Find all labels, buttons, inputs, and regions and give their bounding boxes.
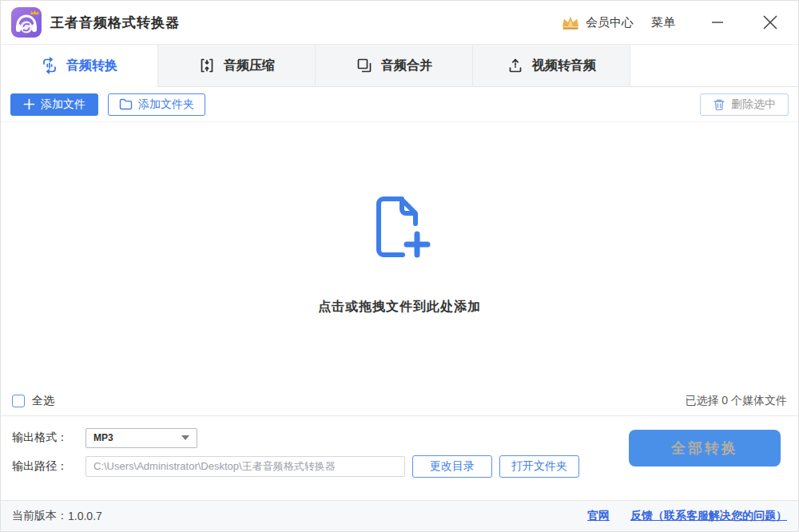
minimize-button[interactable] (706, 10, 729, 34)
dropzone-hint: 点击或拖拽文件到此处添加 (318, 299, 481, 316)
audio-merge-icon (356, 57, 373, 74)
delete-selected-button[interactable]: 删除选中 (700, 93, 789, 116)
folder-icon (119, 98, 133, 110)
tab-video-to-audio[interactable]: 视频转音频 (473, 45, 630, 87)
crown-icon (560, 14, 581, 30)
add-file-label: 添加文件 (41, 97, 85, 112)
official-website-link[interactable]: 官网 (587, 509, 610, 523)
tab-audio-compress[interactable]: 音频压缩 (158, 45, 316, 87)
feedback-link[interactable]: 反馈（联系客服解决您的问题） (630, 509, 787, 523)
tab-label: 视频转音频 (532, 58, 596, 74)
dropzone[interactable]: 点击或拖拽文件到此处添加 (1, 122, 798, 386)
trash-icon (713, 98, 725, 111)
open-folder-button[interactable]: 打开文件夹 (499, 455, 579, 478)
chevron-down-icon (181, 435, 189, 440)
select-all-label[interactable]: 全选 (32, 394, 54, 408)
output-format-label: 输出格式： (12, 431, 85, 445)
add-folder-label: 添加文件夹 (138, 97, 194, 112)
version-value: 1.0.0.7 (68, 510, 102, 522)
tab-audio-convert[interactable]: 音频转换 (1, 45, 158, 87)
tab-label: 音频转换 (66, 58, 117, 74)
add-file-button[interactable]: 添加文件 (10, 93, 98, 116)
selected-count-text: 已选择 0 个媒体文件 (685, 394, 787, 408)
app-window: 王者音频格式转换器 会员中心 菜单 (0, 0, 799, 532)
app-title: 王者音频格式转换器 (50, 14, 180, 32)
selection-bar: 全选 已选择 0 个媒体文件 (1, 386, 798, 416)
tab-audio-merge[interactable]: 音频合并 (316, 45, 473, 87)
menu-button[interactable]: 菜单 (651, 15, 675, 30)
tabbar-filler (630, 45, 798, 87)
output-format-select[interactable]: MP3 (85, 428, 197, 448)
delete-selected-label: 删除选中 (731, 97, 776, 112)
add-folder-button[interactable]: 添加文件夹 (108, 93, 205, 116)
output-path-input[interactable] (85, 456, 405, 477)
tabbar: 音频转换 音频压缩 音频合并 (1, 45, 798, 87)
select-all-checkbox[interactable] (12, 395, 25, 407)
tab-label: 音频压缩 (224, 58, 275, 74)
app-logo-icon (10, 6, 42, 38)
add-file-big-icon (367, 193, 432, 264)
member-center-button[interactable]: 会员中心 (560, 14, 634, 30)
video-to-audio-icon (507, 57, 524, 74)
titlebar: 王者音频格式转换器 会员中心 菜单 (1, 1, 798, 45)
close-button[interactable] (758, 10, 782, 34)
plus-icon (23, 98, 35, 110)
convert-all-button[interactable]: 全部转换 (629, 430, 781, 466)
change-directory-button[interactable]: 更改目录 (412, 455, 492, 478)
tab-label: 音频合并 (381, 58, 432, 74)
footer: 当前版本： 1.0.0.7 官网 反馈（联系客服解决您的问题） (1, 500, 798, 531)
output-section: 输出格式： MP3 输出路径： 更改目录 打开文件夹 全部转换 (1, 416, 798, 500)
audio-convert-icon (41, 57, 58, 74)
member-center-label: 会员中心 (586, 15, 634, 30)
version-label: 当前版本： (12, 509, 68, 523)
output-path-label: 输出路径： (12, 459, 85, 474)
output-format-value: MP3 (93, 432, 113, 443)
toolbar: 添加文件 添加文件夹 删除选中 (1, 87, 798, 122)
audio-compress-icon (198, 57, 216, 74)
